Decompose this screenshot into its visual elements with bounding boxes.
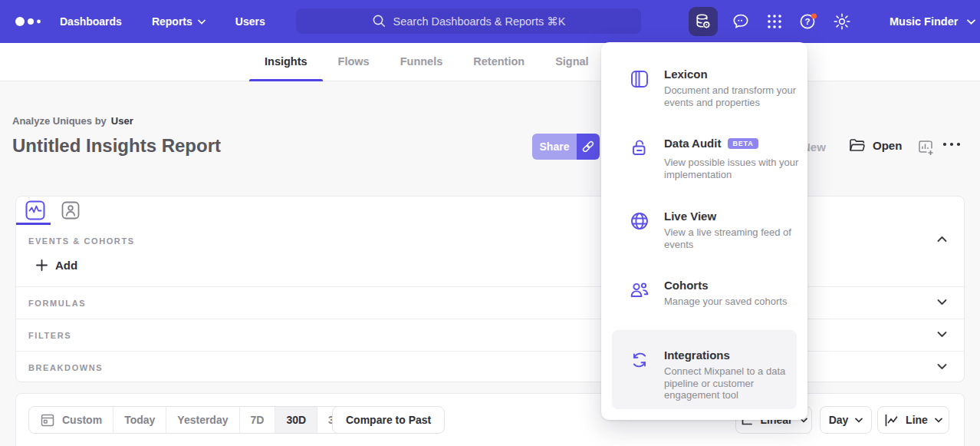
nav-reports[interactable]: Reports — [152, 15, 206, 28]
chart-toolbar-card: Custom Today Yesterday 7D 30D 3M 6M 12M … — [15, 393, 965, 446]
users-view-tab[interactable] — [61, 200, 81, 220]
section-filters[interactable]: FILTERS — [16, 319, 964, 351]
folder-icon — [849, 138, 866, 153]
search-icon — [372, 14, 386, 28]
open-report-button[interactable]: Open — [849, 138, 902, 153]
share-button[interactable]: Share — [532, 134, 577, 160]
feedback-button[interactable] — [730, 11, 751, 32]
section-label: BREAKDOWNS — [28, 363, 103, 372]
section-formulas[interactable]: FORMULAS — [16, 286, 964, 319]
search-placeholder: Search Dashboards & Reports ⌘K — [393, 15, 566, 28]
tab-flows[interactable]: Flows — [323, 43, 385, 81]
live-view-icon — [629, 210, 650, 250]
more-options-icon — [942, 141, 962, 147]
data-audit-icon — [629, 137, 650, 180]
link-icon — [580, 139, 596, 154]
chevron-down-icon[interactable] — [937, 363, 947, 370]
calendar-icon — [40, 412, 55, 428]
tab-retention[interactable]: Retention — [458, 43, 540, 81]
nav-users[interactable]: Users — [235, 15, 265, 28]
cohorts-icon — [629, 279, 650, 308]
settings-button[interactable] — [831, 11, 853, 32]
apps-grid-button[interactable] — [764, 11, 785, 32]
chart-type-dropdown[interactable]: Line — [877, 406, 949, 434]
add-to-dashboard-icon — [917, 139, 934, 156]
data-management-button[interactable] — [689, 7, 718, 36]
menu-item-title: Data Audit — [664, 137, 721, 150]
chart-pulse-icon — [25, 200, 45, 220]
range-30d[interactable]: 30D — [275, 407, 317, 433]
menu-item-title: Lexicon — [664, 68, 804, 81]
svg-text:?: ? — [804, 17, 810, 26]
notification-dot — [811, 13, 817, 18]
range-yesterday[interactable]: Yesterday — [166, 407, 239, 433]
line-chart-icon — [884, 414, 899, 427]
chevron-up-icon[interactable] — [937, 236, 947, 243]
menu-item-title: Cohorts — [664, 279, 804, 292]
page-title: Untitled Insights Report — [12, 135, 221, 157]
beta-badge: BETA — [728, 138, 758, 149]
plus-icon — [36, 259, 48, 271]
menu-item-description: Connect Mixpanel to a data pipeline or c… — [664, 365, 804, 401]
add-event-button[interactable]: Add — [36, 259, 77, 272]
gear-icon — [832, 12, 852, 31]
search-input[interactable]: Search Dashboards & Reports ⌘K — [296, 8, 641, 34]
tab-funnels[interactable]: Funnels — [385, 43, 459, 81]
range-today[interactable]: Today — [113, 407, 166, 433]
copy-link-button[interactable] — [577, 134, 600, 160]
metrics-view-tab[interactable] — [25, 200, 45, 220]
menu-item-description: Manage your saved cohorts — [664, 296, 804, 308]
chevron-down-icon[interactable] — [937, 331, 947, 338]
interval-dropdown[interactable]: Day — [820, 406, 872, 434]
builder-view-tabs — [16, 197, 964, 224]
chevron-down-icon — [198, 19, 206, 25]
chevron-down-icon — [855, 418, 863, 423]
data-management-icon — [694, 12, 712, 31]
share-button-group: Share — [532, 134, 600, 160]
query-builder-card: EVENTS & COHORTS Add FORMULAS FILTERS BR… — [15, 196, 965, 382]
breadcrumb-analysis-type[interactable]: User — [111, 115, 133, 127]
section-label: FORMULAS — [28, 299, 86, 308]
range-7d[interactable]: 7D — [240, 407, 276, 433]
mixpanel-logo[interactable] — [14, 15, 46, 28]
menu-item-description: View a live streaming feed of events — [664, 226, 804, 250]
chat-bubble-icon — [731, 12, 751, 31]
top-navigation-bar: Dashboards Reports Users Search Dashboar… — [0, 0, 980, 43]
menu-item-integrations[interactable]: Integrations Connect Mixpanel to a data … — [612, 330, 797, 409]
menu-item-description: View possible issues with your implement… — [664, 157, 804, 180]
integrations-icon — [629, 349, 650, 409]
add-to-dashboard-button[interactable] — [917, 139, 934, 156]
section-label: EVENTS & COHORTS — [28, 236, 135, 246]
topbar-icon-group: ? — [689, 7, 853, 36]
lexicon-icon — [629, 68, 650, 108]
range-custom[interactable]: Custom — [29, 407, 113, 433]
nav-dashboards[interactable]: Dashboards — [60, 15, 122, 28]
chevron-down-icon — [935, 418, 942, 423]
project-name: Music Finder — [890, 15, 958, 28]
compare-to-past-button[interactable]: Compare to Past — [332, 406, 445, 434]
person-icon — [61, 201, 80, 220]
menu-item-cohorts[interactable]: Cohorts Manage your saved cohorts — [601, 279, 807, 308]
menu-item-description: Document and transform your events and p… — [664, 84, 804, 108]
menu-item-title: Live View — [664, 210, 804, 223]
project-selector[interactable]: Music Finder — [890, 0, 975, 43]
help-button[interactable]: ? — [797, 11, 819, 32]
primary-nav: Dashboards Reports Users — [60, 0, 265, 43]
menu-item-live-view[interactable]: Live View View a live streaming feed of … — [601, 210, 807, 250]
help-icon: ? — [797, 11, 819, 32]
chevron-down-icon[interactable] — [937, 299, 947, 306]
chevron-down-icon — [967, 19, 975, 25]
report-tabstrip: Insights Flows Funnels Retention Signal … — [0, 43, 980, 81]
more-options-button[interactable] — [942, 141, 962, 147]
tab-insights[interactable]: Insights — [249, 43, 323, 81]
menu-item-lexicon[interactable]: Lexicon Document and transform your even… — [601, 68, 807, 108]
section-events-cohorts[interactable]: EVENTS & COHORTS Add — [16, 224, 964, 286]
apps-grid-icon — [765, 12, 784, 31]
breadcrumb: Analyze Uniques byUser — [12, 115, 133, 127]
tab-signal[interactable]: Signal — [540, 43, 604, 81]
menu-item-title: Integrations — [664, 349, 804, 362]
data-management-dropdown-panel: Lexicon Document and transform your even… — [601, 42, 807, 420]
section-breakdowns[interactable]: BREAKDOWNS — [16, 351, 964, 383]
menu-item-data-audit[interactable]: Data Audit BETA View possible issues wit… — [601, 137, 807, 180]
section-label: FILTERS — [28, 331, 71, 340]
